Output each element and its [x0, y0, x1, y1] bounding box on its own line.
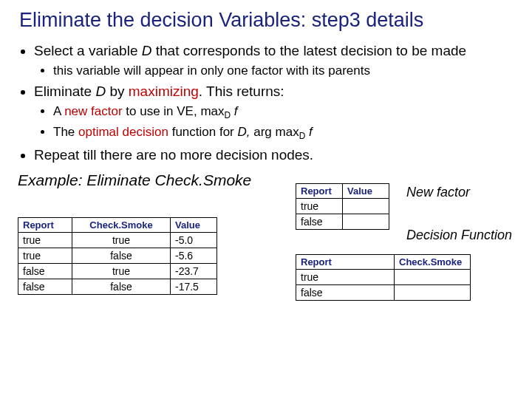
bullet-repeat: Repeat till there are no more decision n… — [34, 146, 517, 164]
bullet-select: Select a variable D that corresponds to … — [34, 42, 517, 78]
bullet-newfactor: A new factor to use in VE, maxD f — [53, 103, 517, 121]
bullet-eliminate: Eliminate D by maximizing. This returns:… — [34, 83, 517, 142]
table-original: ReportCheck.SmokeValue truetrue-5.0 true… — [18, 217, 217, 295]
label-newfactor: New factor — [406, 185, 470, 200]
page-title: Eliminate the decision Variables: step3 … — [19, 9, 517, 32]
label-decisionfunction: Decision Function — [406, 228, 512, 243]
bullet-optdec: The optimal decision function for D, arg… — [53, 124, 517, 142]
bullet-list: Select a variable D that corresponds to … — [15, 42, 517, 164]
table-newfactor: ReportValue true false — [296, 183, 389, 230]
table-decisionfunction: ReportCheck.Smoke true false — [296, 254, 471, 301]
bullet-select-sub: this variable will appear in only one fa… — [53, 63, 517, 78]
